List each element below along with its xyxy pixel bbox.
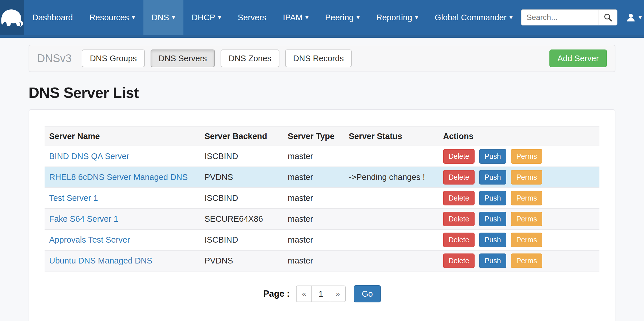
delete-button[interactable]: Delete: [443, 212, 475, 226]
main-content: DNSv3 DNS Groups DNS Servers DNS Zones D…: [0, 38, 644, 321]
toolbar-title: DNSv3: [37, 52, 71, 65]
nav-item-resources[interactable]: Resources▾: [81, 0, 143, 35]
nav-label: Global Commander: [435, 13, 507, 22]
add-server-button[interactable]: Add Server: [549, 49, 607, 67]
nav-item-dhcp[interactable]: DHCP▾: [183, 0, 229, 35]
col-server-name: Server Name: [45, 127, 200, 146]
server-status: [344, 188, 439, 209]
server-list-card: Server Name Server Backend Server Type S…: [29, 109, 615, 321]
server-name-link[interactable]: RHEL8 6cDNS Server Managed DNS: [49, 173, 188, 182]
server-status: [344, 209, 439, 229]
perms-button[interactable]: Perms: [511, 191, 542, 205]
server-name-link[interactable]: Fake S64 Server 1: [49, 214, 118, 223]
navbar-bottom-strip: [0, 35, 644, 38]
nav-label: DNS: [152, 13, 169, 22]
caret-down-icon: ▾: [639, 14, 642, 21]
table-row: Approvals Test Server ISCBIND master Del…: [45, 229, 599, 250]
tab-dns-groups[interactable]: DNS Groups: [82, 49, 145, 67]
nav-item-peering[interactable]: Peering▾: [317, 0, 368, 35]
server-type: master: [283, 146, 344, 167]
go-button[interactable]: Go: [354, 285, 381, 302]
delete-button[interactable]: Delete: [443, 191, 475, 205]
perms-button[interactable]: Perms: [511, 253, 542, 268]
perms-button[interactable]: Perms: [511, 212, 542, 226]
col-server-status: Server Status: [344, 127, 439, 146]
nav-label: Dashboard: [32, 13, 73, 22]
caret-down-icon: ▾: [509, 14, 513, 21]
table-header-row: Server Name Server Backend Server Type S…: [45, 127, 599, 146]
push-button[interactable]: Push: [479, 191, 506, 205]
page-number-input[interactable]: [311, 286, 330, 302]
server-backend: PVDNS: [200, 167, 283, 188]
push-button[interactable]: Push: [479, 212, 506, 226]
mammoth-logo-icon: [0, 8, 24, 27]
perms-button[interactable]: Perms: [511, 149, 542, 164]
tab-dns-servers[interactable]: DNS Servers: [151, 49, 215, 67]
server-backend: PVDNS: [200, 250, 283, 271]
table-row: Ubuntu DNS Managed DNS PVDNS master Dele…: [45, 250, 599, 271]
nav-label: Reporting: [376, 13, 412, 22]
nav-item-dashboard[interactable]: Dashboard: [24, 0, 81, 35]
server-status: [344, 229, 439, 250]
dns-toolbar: DNSv3 DNS Groups DNS Servers DNS Zones D…: [29, 45, 615, 72]
server-type: master: [283, 250, 344, 271]
server-type: master: [283, 209, 344, 229]
perms-button[interactable]: Perms: [511, 233, 542, 247]
search-button[interactable]: [599, 9, 617, 25]
search-icon: [604, 13, 612, 22]
nav-label: Servers: [238, 13, 266, 22]
pagination: Page : « » Go: [45, 285, 599, 302]
table-row: Test Server 1 ISCBIND master Delete Push…: [45, 188, 599, 209]
server-type: master: [283, 188, 344, 209]
table-row: RHEL8 6cDNS Server Managed DNS PVDNS mas…: [45, 167, 599, 188]
server-name-link[interactable]: Test Server 1: [49, 193, 98, 203]
caret-down-icon: ▾: [218, 14, 221, 21]
col-server-backend: Server Backend: [200, 127, 283, 146]
user-menu[interactable]: ▾: [626, 13, 642, 22]
user-icon: [626, 13, 636, 22]
nav-item-ipam[interactable]: IPAM▾: [275, 0, 317, 35]
nav-item-dns[interactable]: DNS▾: [143, 0, 183, 35]
page-label: Page :: [263, 289, 290, 299]
search-group: [521, 9, 617, 25]
caret-down-icon: ▾: [172, 14, 175, 21]
server-backend: SECURE64X86: [200, 209, 283, 229]
push-button[interactable]: Push: [479, 253, 506, 268]
tab-dns-records[interactable]: DNS Records: [285, 49, 352, 67]
caret-down-icon: ▾: [132, 14, 135, 21]
push-button[interactable]: Push: [479, 149, 506, 164]
push-button[interactable]: Push: [479, 233, 506, 247]
push-button[interactable]: Push: [479, 170, 506, 185]
search-input[interactable]: [521, 9, 599, 25]
delete-button[interactable]: Delete: [443, 233, 475, 247]
prev-page-button[interactable]: «: [296, 286, 311, 302]
next-page-button[interactable]: »: [330, 286, 346, 302]
nav-label: DHCP: [192, 13, 215, 22]
main-nav: Dashboard Resources▾ DNS▾ DHCP▾ Servers …: [24, 0, 521, 35]
server-type: master: [283, 167, 344, 188]
app-logo[interactable]: [0, 0, 24, 35]
server-name-link[interactable]: Ubuntu DNS Managed DNS: [49, 256, 152, 265]
delete-button[interactable]: Delete: [443, 149, 475, 164]
perms-button[interactable]: Perms: [511, 170, 542, 185]
server-type: master: [283, 229, 344, 250]
delete-button[interactable]: Delete: [443, 253, 475, 268]
delete-button[interactable]: Delete: [443, 170, 475, 185]
caret-down-icon: ▾: [415, 14, 418, 21]
nav-item-servers[interactable]: Servers: [229, 0, 275, 35]
server-status: ->Pending changes !: [344, 167, 439, 188]
navbar-right: ▾: [521, 0, 642, 35]
nav-item-global-commander[interactable]: Global Commander▾: [427, 0, 521, 35]
nav-item-reporting[interactable]: Reporting▾: [368, 0, 427, 35]
nav-label: IPAM: [283, 13, 303, 22]
caret-down-icon: ▾: [357, 14, 360, 21]
server-table: Server Name Server Backend Server Type S…: [45, 126, 599, 272]
nav-label: Resources: [89, 13, 129, 22]
server-status: [344, 146, 439, 167]
caret-down-icon: ▾: [305, 14, 309, 21]
server-name-link[interactable]: Approvals Test Server: [49, 235, 130, 244]
nav-label: Peering: [325, 13, 354, 22]
server-name-link[interactable]: BIND DNS QA Server: [49, 152, 129, 161]
table-row: BIND DNS QA Server ISCBIND master Delete…: [45, 146, 599, 167]
tab-dns-zones[interactable]: DNS Zones: [221, 49, 279, 67]
